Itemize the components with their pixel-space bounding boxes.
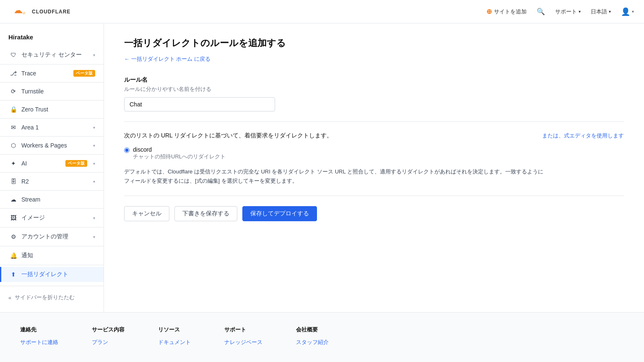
support-chevron-icon: ▾ [579,9,581,14]
rule-name-hint: ルールに分かりやすい名前を付ける [124,85,624,93]
chevron-down-icon: ▾ [93,125,95,130]
sidebar-item-label: アカウントの管理 [21,233,89,240]
ai-badge: ベータ版 [65,160,87,167]
sidebar-item-label: イメージ [21,214,89,222]
save-draft-button[interactable]: 下書きを保存する [174,206,237,221]
sidebar: Hiratake 🛡 セキュリティ センター ▾ ⎇ Trace ベータ版 ⟳ … [0,23,104,312]
user-menu-button[interactable]: 👤▾ [621,7,634,16]
footer: 連絡先 サポートに連絡 サービス内容 プラン リソース ドキュメント サポート … [0,312,644,362]
sidebar-item-label: Area 1 [21,124,89,131]
chevron-down-icon: ▾ [93,235,95,239]
chevron-down-icon: ▾ [93,161,95,166]
main-content: 一括リダイレクトのルールを追加する ← 一括リダイレクト ホーム に戻る ルール… [104,23,644,312]
info-text: デフォルトでは、Cloudflare は受信リクエストの完全な URI を各リダ… [124,167,543,186]
sidebar-item-turnstile[interactable]: ⟳ Turnstile [0,84,104,98]
language-button[interactable]: 日本語 ▾ [591,8,611,16]
sidebar-item-account-manage[interactable]: ⚙ アカウントの管理 ▾ [0,229,104,244]
section-divider-2 [124,196,624,196]
footer-col-services: サービス内容 プラン [92,326,125,349]
sidebar-item-label: Workers & Pages [21,142,89,149]
sidebar-collapse-button[interactable]: « サイドバーを折りたたむ [0,290,104,305]
security-center-icon: 🛡 [10,52,17,58]
logo-area: CLOUDFLARE [10,5,70,18]
sidebar-item-label: Trace [21,70,69,77]
chevron-down-icon: ▾ [93,179,95,184]
sidebar-item-stream[interactable]: ☁ Stream [0,192,104,207]
cancel-button[interactable]: キャンセル [124,206,169,221]
trace-icon: ⎇ [10,70,17,77]
plus-icon: ⊕ [486,8,492,16]
sidebar-username: Hiratake [0,30,104,47]
collapse-icon: « [8,295,11,301]
page-title: 一括リダイレクトのルールを追加する [124,37,624,49]
workers-pages-icon: ⬡ [10,142,17,149]
language-chevron-icon: ▾ [609,9,611,14]
footer-link-docs[interactable]: ドキュメント [158,339,191,346]
back-link[interactable]: ← 一括リダイレクト ホーム に戻る [124,55,210,63]
redirect-section: 次のリストの URL リダイレクトに基づいて、着信要求をリダイレクトします。 ま… [124,132,624,186]
redirect-title: 次のリストの URL リダイレクトに基づいて、着信要求をリダイレクトします。 [124,132,332,140]
search-button[interactable]: 🔍 [537,8,545,16]
footer-link-staff[interactable]: スタッフ紹介 [296,339,329,346]
sidebar-item-image[interactable]: 🖼 イメージ ▾ [0,210,104,225]
image-icon: 🖼 [10,215,17,221]
radio-label: discord [133,146,226,153]
sidebar-item-notifications[interactable]: 🔔 通知 [0,248,104,263]
chevron-down-icon: ▾ [93,216,95,220]
action-buttons: キャンセル 下書きを保存する 保存してデプロイする [124,206,624,221]
sidebar-item-label: 一括リダイレクト [21,271,95,278]
rule-name-label: ルール名 [124,76,624,84]
footer-col-title: サポート [224,326,262,334]
sidebar-item-zero-trust[interactable]: 🔒 Zero Trust [0,102,104,116]
sidebar-item-label: Stream [21,196,95,203]
notifications-icon: 🔔 [10,252,17,259]
ai-icon: ✦ [10,160,17,167]
section-divider-1 [124,122,624,122]
save-deploy-button[interactable]: 保存してデプロイする [242,206,317,221]
chevron-down-icon: ▾ [93,53,95,57]
logo-text: CLOUDFLARE [32,9,70,15]
sidebar-item-workers-pages[interactable]: ⬡ Workers & Pages ▾ [0,138,104,153]
sidebar-item-label: AI [21,160,61,167]
sidebar-item-label: 通知 [21,252,95,259]
footer-col-resources: リソース ドキュメント [158,326,191,349]
sidebar-item-r2[interactable]: 🗄 R2 ▾ [0,174,104,189]
footer-col-title: リソース [158,326,191,334]
footer-link-plan[interactable]: プラン [92,339,125,346]
chevron-down-icon: ▾ [93,143,95,148]
layout: Hiratake 🛡 セキュリティ センター ▾ ⎇ Trace ベータ版 ⟳ … [0,23,644,312]
sidebar-item-label: セキュリティ センター [21,51,89,59]
turnstile-icon: ⟳ [10,88,17,95]
discord-radio[interactable] [124,147,130,153]
rule-name-input[interactable] [124,97,275,111]
footer-col-about: 会社概要 スタッフ紹介 [296,326,329,349]
footer-col-title: 会社概要 [296,326,329,334]
r2-icon: 🗄 [10,178,17,185]
sidebar-item-trace[interactable]: ⎇ Trace ベータ版 [0,66,104,80]
footer-link-support-contact[interactable]: サポートに連絡 [20,339,58,346]
redirect-header: 次のリストの URL リダイレクトに基づいて、着信要求をリダイレクトします。 ま… [124,132,624,140]
header: CLOUDFLARE ⊕ サイトを追加 🔍 サポート ▾ 日本語 ▾ 👤▾ [0,0,644,23]
cloudflare-logo-icon [10,5,29,18]
header-actions: ⊕ サイトを追加 🔍 サポート ▾ 日本語 ▾ 👤▾ [486,7,634,16]
sidebar-item-bulk-redirect[interactable]: ⬆ 一括リダイレクト [0,267,104,282]
footer-grid: 連絡先 サポートに連絡 サービス内容 プラン リソース ドキュメント サポート … [20,326,624,349]
sidebar-item-ai[interactable]: ✦ AI ベータ版 ▾ [0,156,104,171]
sidebar-item-label: Zero Trust [21,106,95,113]
footer-col-contact: 連絡先 サポートに連絡 [20,326,58,349]
sidebar-item-label: Turnstile [21,88,95,95]
radio-sublabel: チャットの招待URLへのリダイレクト [133,153,226,160]
footer-link-kb[interactable]: ナレッジベース [224,339,262,346]
sidebar-item-security-center[interactable]: 🛡 セキュリティ センター ▾ [0,47,104,62]
radio-item: discord チャットの招待URLへのリダイレクト [124,146,624,160]
account-manage-icon: ⚙ [10,233,17,240]
add-site-button[interactable]: ⊕ サイトを追加 [486,8,527,16]
sidebar-item-area1[interactable]: ✉ Area 1 ▾ [0,120,104,134]
footer-col-title: サービス内容 [92,326,125,334]
zero-trust-icon: 🔒 [10,106,17,113]
trace-badge: ベータ版 [73,70,95,77]
support-button[interactable]: サポート ▾ [555,8,581,16]
expr-editor-link[interactable]: または、式エディタを使用します [542,132,624,140]
bulk-redirect-icon: ⬆ [10,271,17,278]
sidebar-item-label: R2 [21,178,89,185]
